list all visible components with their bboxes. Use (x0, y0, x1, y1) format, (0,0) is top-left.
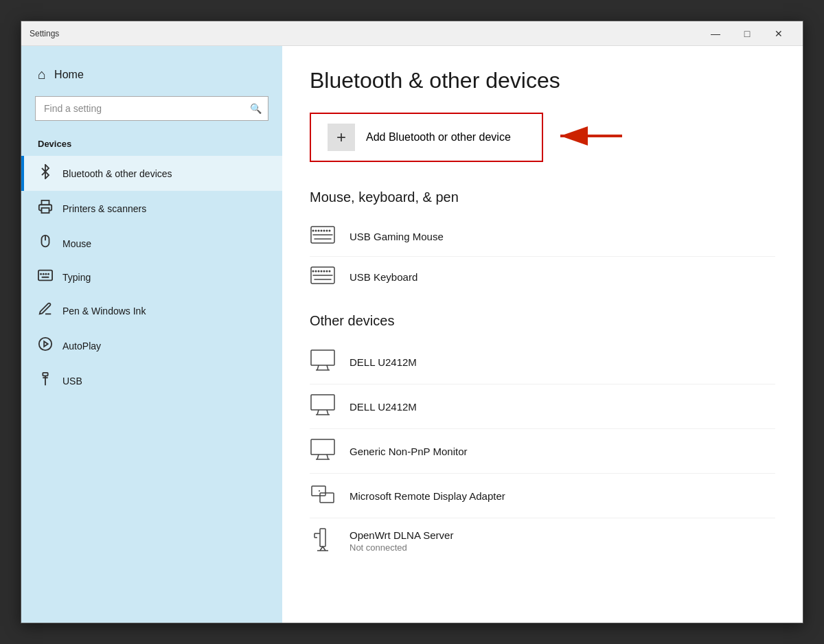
sidebar-section-label: Devices (21, 133, 282, 156)
sidebar-home-label: Home (54, 69, 84, 81)
svg-line-39 (317, 410, 319, 415)
device-info-usb-keyboard: USB Keyboard (350, 271, 775, 283)
svg-rect-49 (320, 529, 325, 547)
search-icon: 🔍 (250, 103, 262, 114)
arrow-annotation (550, 119, 626, 156)
svg-rect-38 (311, 395, 334, 410)
device-icon-keyboard (310, 266, 336, 287)
device-item-usb-mouse[interactable]: USB Gaming Mouse (310, 216, 775, 257)
device-item-generic-monitor[interactable]: Generic Non-PnP Monitor (310, 429, 775, 474)
usb-icon (38, 371, 53, 390)
search-input[interactable] (35, 96, 268, 121)
sidebar-item-autoplay-label: AutoPlay (62, 341, 101, 352)
section-other-devices: Other devices DELL U2412M (310, 313, 775, 564)
bluetooth-icon (38, 164, 53, 183)
sidebar-item-bluetooth-label: Bluetooth & other devices (62, 168, 172, 179)
svg-line-36 (327, 365, 328, 370)
sidebar-item-bluetooth[interactable]: Bluetooth & other devices (21, 156, 282, 191)
sidebar-item-autoplay[interactable]: AutoPlay (21, 328, 282, 363)
device-icon-openwrt (310, 528, 336, 554)
svg-line-44 (327, 455, 328, 459)
device-name-dell-1: DELL U2412M (350, 356, 775, 368)
device-name-usb-keyboard: USB Keyboard (350, 271, 775, 283)
device-item-usb-keyboard[interactable]: USB Keyboard (310, 257, 775, 297)
svg-marker-10 (44, 341, 48, 346)
main-panel: Bluetooth & other devices + Add Bluetoot… (282, 46, 803, 623)
svg-rect-11 (43, 373, 47, 376)
svg-rect-34 (311, 350, 334, 365)
device-info-generic-monitor: Generic Non-PnP Monitor (350, 446, 775, 457)
sidebar-item-printers-label: Printers & scanners (62, 203, 146, 214)
device-icon-monitor-2 (310, 394, 336, 419)
minimize-button[interactable]: — (700, 21, 731, 46)
sidebar: ⌂ Home 🔍 Devices Bluetooth & other devic… (21, 46, 282, 623)
home-icon: ⌂ (38, 67, 46, 82)
device-name-dell-2: DELL U2412M (350, 401, 775, 413)
device-icon-monitor-1 (310, 349, 336, 374)
device-icon-monitor-3 (310, 439, 336, 463)
device-info-dell-2: DELL U2412M (350, 401, 775, 413)
device-name-openwrt: OpenWrt DLNA Server (350, 529, 775, 541)
device-item-openwrt[interactable]: OpenWrt DLNA Server Not connected (310, 518, 775, 564)
arrow-svg (550, 119, 626, 153)
svg-line-40 (327, 410, 328, 415)
svg-point-9 (39, 338, 52, 350)
svg-rect-0 (42, 208, 49, 213)
typing-icon (38, 269, 53, 285)
page-title: Bluetooth & other devices (310, 68, 775, 93)
device-icon-mouse (310, 226, 336, 246)
add-device-container: + Add Bluetooth or other device (310, 113, 543, 162)
device-info-usb-mouse: USB Gaming Mouse (350, 231, 775, 242)
sidebar-item-mouse[interactable]: Mouse (21, 226, 282, 261)
sidebar-item-pen[interactable]: Pen & Windows Ink (21, 293, 282, 328)
device-name-usb-mouse: USB Gaming Mouse (350, 231, 775, 242)
svg-line-35 (317, 365, 319, 370)
window-controls: — □ ✕ (700, 21, 794, 46)
svg-rect-42 (311, 439, 334, 455)
settings-window: Settings — □ ✕ ⌂ Home 🔍 Devices (21, 21, 803, 623)
add-plus-icon: + (328, 124, 355, 151)
add-device-label: Add Bluetooth or other device (366, 131, 511, 143)
device-item-remote-adapter[interactable]: Microsoft Remote Display Adapter (310, 474, 775, 518)
sidebar-item-home[interactable]: ⌂ Home (21, 60, 282, 96)
device-name-generic-monitor: Generic Non-PnP Monitor (350, 446, 775, 457)
section-other-devices-title: Other devices (310, 313, 775, 329)
device-info-openwrt: OpenWrt DLNA Server Not connected (350, 529, 775, 553)
search-container: 🔍 (35, 96, 268, 121)
close-button[interactable]: ✕ (763, 21, 794, 46)
window-content: ⌂ Home 🔍 Devices Bluetooth & other devic… (21, 46, 803, 623)
sidebar-item-typing-label: Typing (62, 272, 91, 283)
sidebar-item-printers[interactable]: Printers & scanners (21, 191, 282, 226)
maximize-button[interactable]: □ (731, 21, 763, 46)
svg-rect-3 (38, 271, 52, 281)
mouse-icon (38, 234, 53, 253)
svg-line-51 (323, 547, 325, 551)
titlebar: Settings — □ ✕ (21, 21, 803, 46)
sidebar-item-pen-label: Pen & Windows Ink (62, 306, 146, 317)
printer-icon (38, 199, 53, 218)
device-status-openwrt: Not connected (350, 542, 775, 553)
sidebar-item-usb[interactable]: USB (21, 363, 282, 398)
device-info-remote-adapter: Microsoft Remote Display Adapter (350, 490, 775, 502)
device-item-dell-1[interactable]: DELL U2412M (310, 340, 775, 384)
svg-line-43 (317, 455, 319, 459)
sidebar-item-usb-label: USB (62, 376, 82, 387)
device-item-dell-2[interactable]: DELL U2412M (310, 384, 775, 429)
svg-rect-47 (320, 493, 334, 503)
svg-line-50 (320, 547, 323, 551)
section-mouse-keyboard: Mouse, keyboard, & pen (310, 189, 775, 297)
pen-icon (38, 301, 53, 320)
section-mouse-keyboard-title: Mouse, keyboard, & pen (310, 189, 775, 205)
add-device-button[interactable]: + Add Bluetooth or other device (310, 113, 543, 162)
device-info-dell-1: DELL U2412M (350, 356, 775, 368)
device-icon-adapter (310, 483, 336, 508)
window-title: Settings (30, 29, 700, 38)
autoplay-icon (38, 336, 53, 355)
sidebar-item-typing[interactable]: Typing (21, 261, 282, 293)
sidebar-item-mouse-label: Mouse (62, 238, 91, 249)
device-name-remote-adapter: Microsoft Remote Display Adapter (350, 490, 775, 502)
